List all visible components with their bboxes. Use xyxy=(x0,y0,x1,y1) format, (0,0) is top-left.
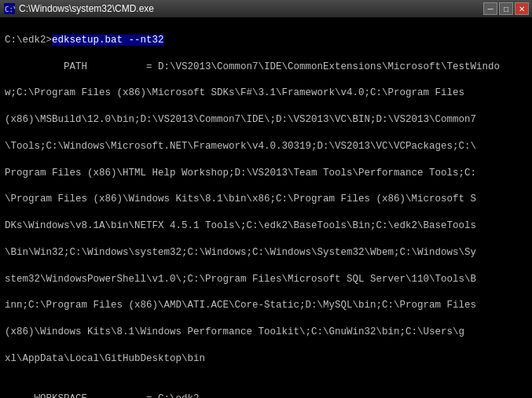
cmd-icon: C:\ xyxy=(3,2,16,15)
cmd-first-line: C:\edk2>edksetup.bat --nt32 xyxy=(5,34,527,47)
title-bar: C:\ C:\Windows\system32\CMD.exe ─ □ ✕ xyxy=(0,0,532,17)
cmd-output-line: WORKSPACE = C:\edk2 xyxy=(5,392,527,399)
window-controls: ─ □ ✕ xyxy=(483,2,529,15)
cmd-output-line: \Bin\Win32;C:\Windows\system32;C:\Window… xyxy=(5,246,527,260)
svg-text:C:\: C:\ xyxy=(5,6,15,13)
cmd-output-line: DKs\Windows\v8.1A\bin\NETFX 4.5.1 Tools\… xyxy=(5,219,527,233)
cmd-output-line: (x86)\MSBuild\12.0\bin;D:\VS2013\Common7… xyxy=(5,113,527,127)
cmd-output-line: (x86)\Windows Kits\8.1\Windows Performan… xyxy=(5,326,527,339)
cmd-output-line: PATH = D:\VS2013\Common7\IDE\CommonExten… xyxy=(5,61,527,74)
cmd-output-line: \Tools;C:\Windows\Microsoft.NET\Framewor… xyxy=(5,140,527,153)
cmd-output-line: xl\AppData\Local\GitHubDesktop\bin xyxy=(5,352,527,366)
maximize-button[interactable]: □ xyxy=(499,2,513,15)
cmd-output-line: stem32\WindowsPowerShell\v1.0\;C:\Progra… xyxy=(5,273,527,286)
cmd-output-line: Program Files (x86)\HTML Help Workshop;D… xyxy=(5,167,527,180)
close-button[interactable]: ✕ xyxy=(515,2,529,15)
cmd-output[interactable]: C:\edk2>edksetup.bat --nt32 PATH = D:\VS… xyxy=(0,17,532,398)
minimize-button[interactable]: ─ xyxy=(483,2,497,15)
cmd-command-highlighted: edksetup.bat --nt32 xyxy=(52,35,164,46)
cmd-output-line: inn;C:\Program Files (x86)\AMD\ATI.ACE\C… xyxy=(5,299,527,312)
cmd-output-line: \Program Files (x86)\Windows Kits\8.1\bi… xyxy=(5,193,527,206)
window-title: C:\Windows\system32\CMD.exe xyxy=(19,3,483,14)
cmd-output-line: w;C:\Program Files (x86)\Microsoft SDKs\… xyxy=(5,87,527,100)
cmd-prompt: C:\edk2> xyxy=(5,35,52,46)
